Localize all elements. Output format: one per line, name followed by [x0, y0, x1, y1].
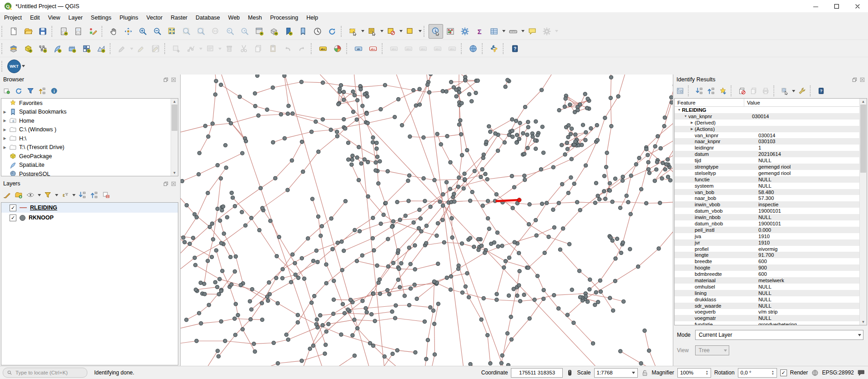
new-temporary-scratch-layer-button[interactable]: [65, 41, 79, 56]
identify-row-derived[interactable]: ▶(Derived): [675, 120, 860, 126]
row-expander-icon[interactable]: ▶: [689, 121, 695, 125]
zoom-native-button[interactable]: 1:1: [208, 24, 223, 39]
new-print-layout-button[interactable]: [56, 24, 71, 39]
row-expander-icon[interactable]: ▼: [683, 115, 688, 118]
identify-row-voegmatr[interactable]: voegmatrNULL: [675, 315, 860, 321]
collapse-all-layers-button[interactable]: [89, 190, 100, 200]
menu-layer[interactable]: Layer: [64, 13, 86, 23]
browser-item-geopackage[interactable]: GeoPackage: [1, 152, 178, 161]
identify-mode-button[interactable]: i: [779, 85, 790, 96]
expand-new-results-button[interactable]: [717, 85, 728, 96]
manage-map-themes-button[interactable]: [25, 190, 36, 200]
paste-features-button[interactable]: [266, 41, 280, 56]
row-expander-icon[interactable]: ▼: [676, 108, 682, 111]
metasearch-button[interactable]: [466, 41, 480, 56]
new-3d-map-view-button[interactable]: [267, 24, 281, 39]
identify-row-van-knpnr[interactable]: ▼van_knpnr030014: [675, 113, 860, 120]
layer-labeling-button[interactable]: abc: [316, 41, 330, 56]
menu-settings[interactable]: Settings: [87, 13, 116, 23]
row-expander-icon[interactable]: ▶: [689, 127, 695, 131]
float-panel-button[interactable]: [163, 77, 169, 83]
copy-feature-button[interactable]: [748, 85, 759, 96]
identify-row-inwin-vbob[interactable]: inwin_vbobinspectie: [675, 201, 860, 208]
select-by-form-button[interactable]: [365, 24, 379, 39]
close-button[interactable]: [847, 0, 868, 12]
identify-row-hoogte[interactable]: hoogte900: [675, 264, 860, 271]
identify-row-lengte[interactable]: lengte91.700: [675, 252, 860, 258]
menu-raster[interactable]: Raster: [167, 13, 192, 23]
collapse-all-browser-button[interactable]: [37, 85, 48, 96]
render-checkbox[interactable]: ✓: [780, 369, 787, 376]
expander-icon[interactable]: ▶: [1, 110, 8, 114]
identify-row-naar-bob[interactable]: naar_bob57.300: [675, 195, 860, 201]
identify-row-rleiding[interactable]: ▼RLEIDING: [675, 107, 860, 113]
browser-item-t-tresorit-drive[interactable]: ▶T:\ (Tresorit Drive): [1, 143, 178, 152]
identify-row-profiel[interactable]: profieleivormig: [675, 246, 860, 252]
new-project-button[interactable]: [6, 24, 21, 39]
toggle-editing-button[interactable]: [134, 41, 148, 56]
measure-line-dropdown-caret[interactable]: [520, 25, 525, 38]
locator-search-input[interactable]: Type to locate (Ctrl+K): [3, 368, 87, 378]
browser-item-postgresql[interactable]: PostgreSQL: [1, 170, 178, 176]
browser-item-spatialite[interactable]: SpatiaLite: [1, 161, 178, 170]
select-by-form-dropdown-caret[interactable]: [379, 25, 384, 38]
save-layer-edits-button[interactable]: [148, 41, 163, 56]
identify-row-systeem[interactable]: systeemNULL: [675, 183, 860, 189]
current-edits-dropdown-caret[interactable]: [129, 42, 134, 55]
identify-row-voegverb[interactable]: voegverbv/m strip: [675, 309, 860, 315]
datasource-manager-button[interactable]: [6, 41, 21, 56]
identify-row-datum-nbob[interactable]: datum_nbob19000101: [675, 220, 860, 227]
annotations-dropdown-caret[interactable]: [554, 25, 559, 38]
identify-mode-dropdown-caret[interactable]: [791, 84, 796, 98]
delete-selected-button[interactable]: [222, 41, 237, 56]
layer-diagram-button[interactable]: [330, 41, 345, 56]
open-layer-styling-button[interactable]: [1, 190, 12, 200]
select-all-features-button[interactable]: [403, 24, 418, 39]
zoom-next-button[interactable]: [237, 24, 252, 39]
expander-icon[interactable]: ▶: [1, 128, 8, 132]
identify-row-bdmbreedte[interactable]: bdmbreedte600: [675, 271, 860, 277]
filter-browser-button[interactable]: [25, 85, 36, 96]
layer-item-rleiding[interactable]: ✓RLEIDING: [1, 203, 178, 213]
zoom-last-button[interactable]: [223, 24, 237, 39]
copy-features-button[interactable]: [251, 41, 266, 56]
identify-row-stelseltyp[interactable]: stelseltypgemengd riool: [675, 170, 860, 176]
menu-database[interactable]: Database: [192, 13, 224, 23]
identify-row-actions[interactable]: ▶(Actions): [675, 126, 860, 132]
pan-map-button[interactable]: [106, 24, 121, 39]
menu-vector[interactable]: Vector: [142, 13, 167, 23]
identify-row-materiaal[interactable]: materiaalmetselwerk: [675, 277, 860, 284]
scale-combobox[interactable]: 1:7768: [594, 368, 638, 378]
lock-scale-icon[interactable]: [641, 369, 649, 377]
crs-globe-icon[interactable]: [811, 369, 819, 377]
vertex-tool-dropdown-caret[interactable]: [198, 42, 203, 55]
form-view-button[interactable]: [675, 85, 686, 96]
zoom-to-selection-button[interactable]: [179, 24, 194, 39]
modify-attributes-dropdown-caret[interactable]: [217, 42, 222, 55]
change-label-button[interactable]: abc: [445, 41, 459, 56]
identify-scrollbar[interactable]: ▲ ▼: [859, 99, 867, 325]
new-shapefile-layer-button[interactable]: [35, 41, 50, 56]
browser-item-spatial-bookmarks[interactable]: ▶Spatial Bookmarks: [1, 108, 178, 117]
layer-visibility-checkbox[interactable]: ✓: [10, 214, 16, 221]
select-features-button[interactable]: [346, 24, 360, 39]
cut-features-button[interactable]: [237, 41, 251, 56]
magnifier-spinbox[interactable]: 100% ▲▼: [677, 368, 711, 378]
processing-toolbox-button[interactable]: [458, 24, 472, 39]
identify-row-sdr-waarde[interactable]: sdr_waardeNULL: [675, 303, 860, 309]
zoom-to-layer-button[interactable]: [194, 24, 208, 39]
maximize-button[interactable]: [826, 0, 847, 12]
identify-row-naar-knpnr[interactable]: naar_knpnr030103: [675, 138, 860, 145]
identify-row-datum-vbob[interactable]: datum_vbob19000101: [675, 208, 860, 214]
identify-settings-button[interactable]: [797, 85, 807, 96]
menu-view[interactable]: View: [44, 13, 64, 23]
close-panel-button[interactable]: [171, 77, 177, 83]
select-all-features-dropdown-caret[interactable]: [418, 25, 422, 38]
float-panel-button[interactable]: [163, 181, 169, 187]
browser-item-c-windows[interactable]: ▶C:\ (Windows ): [1, 125, 178, 135]
style-manager-button[interactable]: [86, 24, 100, 39]
new-spatial-bookmark-button[interactable]: [281, 24, 296, 39]
filter-legend-dropdown-caret[interactable]: [54, 188, 59, 202]
layout-manager-button[interactable]: [71, 24, 86, 39]
open-project-button[interactable]: [21, 24, 35, 39]
